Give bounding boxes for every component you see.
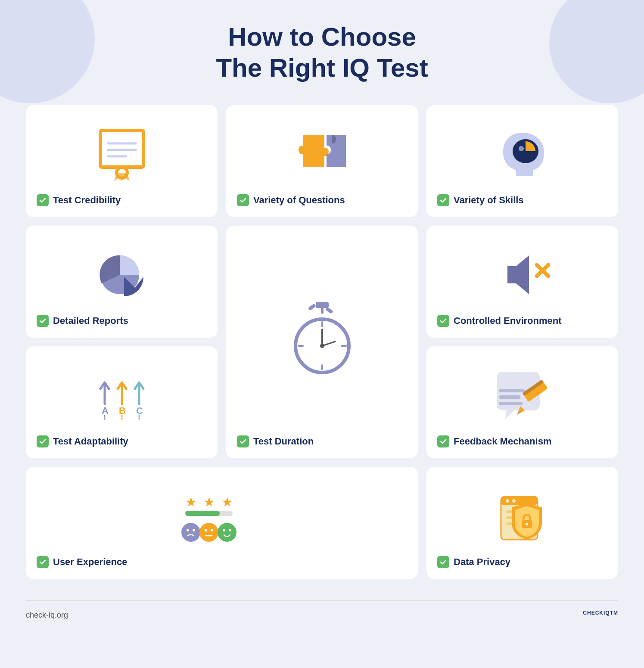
dataprivacy-icon (492, 484, 553, 548)
check-badge-variety-skills (437, 194, 449, 206)
svg-rect-10 (321, 307, 324, 314)
label-text-test-credibility: Test Credibility (53, 195, 121, 206)
card-variety-questions: Variety of Questions (226, 105, 418, 217)
label-controlled-environment: Controlled Environment (437, 315, 562, 327)
svg-rect-9 (316, 302, 329, 308)
check-badge-variety-questions (237, 194, 249, 206)
userexp-icon: ★ ★ ★ (162, 486, 282, 546)
svg-text:★: ★ (185, 495, 197, 509)
card-detailed-reports: Detailed Reports (26, 226, 218, 338)
svg-point-46 (193, 529, 195, 531)
icon-area-variety-questions (237, 118, 407, 190)
check-badge-detailed-reports (37, 315, 49, 327)
icon-area-test-duration (237, 239, 407, 435)
card-test-credibility: Test Credibility (26, 105, 218, 217)
check-badge-data-privacy (437, 556, 449, 568)
mute-icon (490, 247, 555, 303)
icon-area-detailed-reports (37, 239, 207, 311)
svg-rect-43 (185, 511, 220, 516)
svg-text:B: B (119, 405, 126, 416)
label-detailed-reports: Detailed Reports (37, 315, 128, 327)
svg-point-62 (526, 523, 528, 525)
card-test-duration: Test Duration (226, 226, 418, 458)
label-test-adaptability: Test Adaptability (37, 435, 128, 447)
puzzle-icon (290, 126, 355, 182)
icon-area-controlled-environment (437, 239, 607, 311)
icon-area-test-credibility (37, 118, 207, 190)
footer-brand: CHECKIQTM (583, 609, 618, 621)
svg-text:★: ★ (221, 495, 233, 509)
svg-point-20 (320, 344, 324, 348)
svg-point-7 (519, 146, 524, 151)
check-badge-test-credibility (37, 194, 49, 206)
label-test-credibility: Test Credibility (37, 194, 121, 206)
icon-area-variety-skills (437, 118, 607, 190)
label-text-controlled-environment: Controlled Environment (454, 315, 562, 326)
svg-point-56 (506, 499, 509, 503)
svg-point-49 (211, 529, 213, 531)
label-test-duration: Test Duration (237, 435, 314, 447)
label-text-user-experience: User Experience (53, 556, 127, 568)
label-text-data-privacy: Data Privacy (454, 556, 510, 568)
label-feedback-mechanism: Feedback Mechanism (437, 435, 551, 447)
check-badge-test-adaptability (37, 435, 49, 447)
features-grid: Test Credibility Variety of Que (26, 105, 618, 579)
feedback-icon (490, 365, 555, 426)
card-data-privacy: Data Privacy (426, 467, 618, 579)
svg-point-45 (187, 529, 189, 531)
svg-point-52 (223, 529, 225, 531)
svg-text:C: C (136, 405, 143, 416)
icon-area-test-adaptability: A B C (37, 359, 207, 431)
label-variety-skills: Variety of Skills (437, 194, 524, 206)
check-badge-feedback-mechanism (437, 435, 449, 447)
card-variety-skills: Variety of Skills (426, 105, 618, 217)
svg-point-47 (199, 523, 218, 542)
icon-area-user-experience: ★ ★ ★ (37, 480, 407, 552)
piechart-icon (94, 247, 150, 303)
label-text-variety-questions: Variety of Questions (253, 195, 345, 206)
icon-area-data-privacy (437, 480, 607, 552)
check-badge-controlled-environment (437, 315, 449, 327)
label-variety-questions: Variety of Questions (237, 194, 345, 206)
check-badge-user-experience (37, 556, 49, 568)
svg-point-44 (181, 523, 200, 542)
check-badge-test-duration (237, 435, 249, 447)
label-text-test-duration: Test Duration (253, 436, 314, 447)
svg-point-51 (218, 523, 236, 542)
card-test-adaptability: A B C Test Adaptabi (26, 346, 218, 458)
label-data-privacy: Data Privacy (437, 556, 510, 568)
adaptability-icon: A B C (90, 367, 154, 423)
label-text-detailed-reports: Detailed Reports (53, 315, 128, 326)
card-user-experience: ★ ★ ★ (26, 467, 418, 579)
label-user-experience: User Experience (37, 556, 127, 568)
brain-icon (495, 126, 551, 182)
page-header: How to Choose The Right IQ Test (26, 22, 618, 84)
label-text-test-adaptability: Test Adaptability (53, 436, 128, 447)
certificate-icon (92, 126, 152, 182)
svg-point-53 (229, 529, 231, 531)
svg-point-57 (512, 499, 516, 503)
svg-text:★: ★ (203, 495, 215, 509)
svg-rect-11 (308, 303, 316, 311)
label-text-variety-skills: Variety of Skills (454, 195, 524, 206)
icon-area-feedback-mechanism (437, 359, 607, 431)
stopwatch-icon (288, 298, 357, 376)
card-feedback-mechanism: Feedback Mechanism (426, 346, 618, 458)
card-controlled-environment: Controlled Environment (426, 226, 618, 338)
svg-point-48 (205, 529, 207, 531)
page-title: How to Choose The Right IQ Test (26, 22, 618, 84)
label-text-feedback-mechanism: Feedback Mechanism (454, 436, 551, 447)
footer-url: check-iq.org (26, 611, 68, 620)
page-footer: check-iq.org CHECKIQTM (26, 600, 618, 621)
svg-text:A: A (102, 405, 109, 416)
